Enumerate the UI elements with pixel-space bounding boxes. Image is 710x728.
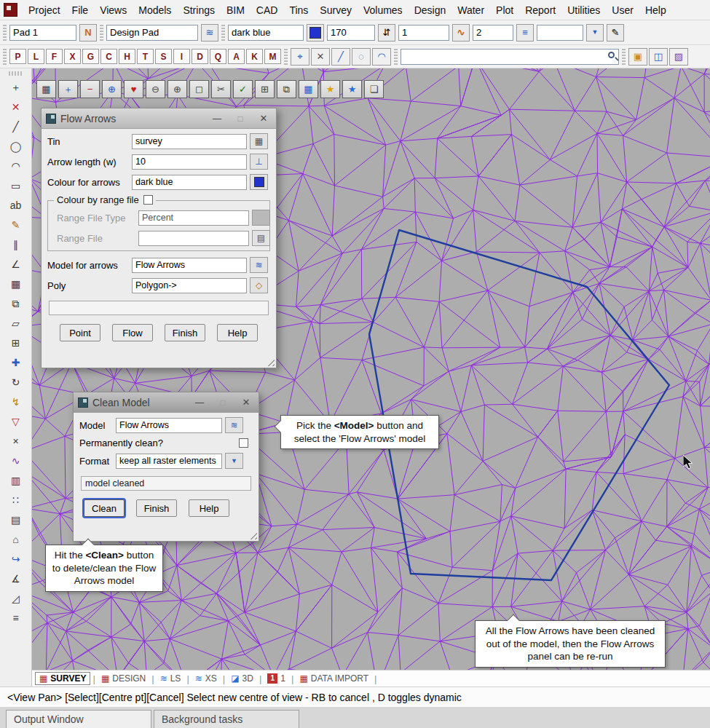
model-picker-button[interactable]: ≋ <box>201 24 218 41</box>
colour-input[interactable] <box>228 25 304 41</box>
range-file-input[interactable] <box>138 231 249 246</box>
view-tab-ls[interactable]: ≋LS <box>157 673 185 684</box>
slope-tool-button[interactable]: ◿ <box>5 588 27 608</box>
plan-view-button[interactable]: ▦ <box>36 80 56 98</box>
translate-move-button[interactable]: ✚ <box>5 352 27 372</box>
view-tab-3d[interactable]: ◪3D <box>227 673 257 684</box>
tin-input[interactable] <box>132 134 247 149</box>
output-window-tab[interactable]: Output Window <box>6 710 151 728</box>
create-line-button[interactable]: ╱ <box>5 116 27 136</box>
menu-report[interactable]: Report <box>519 0 561 20</box>
menu-file[interactable]: File <box>66 0 95 20</box>
snap-x-button[interactable]: X <box>64 49 81 64</box>
create-arc-button[interactable]: ◠ <box>5 156 27 175</box>
steps-tool-button[interactable]: ≡ <box>5 608 27 628</box>
menu-help[interactable]: Help <box>639 0 672 20</box>
snap-k-button[interactable]: K <box>246 49 263 64</box>
model-input[interactable] <box>106 25 198 41</box>
sketch-pen-button[interactable]: ✎ <box>5 215 27 234</box>
menu-strings[interactable]: Strings <box>177 0 221 20</box>
centre-view-button[interactable]: ♥ <box>124 80 143 98</box>
extra-combo-input[interactable] <box>537 25 583 41</box>
maximize-button[interactable]: □ <box>231 111 250 127</box>
flow-button[interactable]: Flow <box>112 324 153 341</box>
weight-input[interactable] <box>327 25 375 41</box>
clean-model-picker-button[interactable]: ≋ <box>225 417 243 433</box>
range-file-browse-button[interactable]: ▤ <box>252 230 270 246</box>
star-yellow-button[interactable]: ★ <box>320 80 340 98</box>
snap-grid-button[interactable]: ⌖ <box>291 48 309 66</box>
delete-element-button[interactable]: ✕ <box>5 97 27 116</box>
pad-input[interactable] <box>9 25 76 41</box>
colour-for-arrows-input[interactable] <box>132 175 247 190</box>
tin-picker-button[interactable]: ▦ <box>250 133 268 149</box>
home-view-button[interactable]: ⌂ <box>5 529 27 549</box>
string-wave-button[interactable]: ∿ <box>5 451 27 470</box>
rotate-tool-button[interactable]: ↻ <box>5 372 27 392</box>
grid-sheet-button[interactable]: ▦ <box>5 274 27 293</box>
maximize-button[interactable]: □ <box>213 395 232 411</box>
snap-a-button[interactable]: A <box>228 49 245 64</box>
snap-t-button[interactable]: T <box>137 49 154 64</box>
minimize-button[interactable]: — <box>190 395 209 411</box>
colour-swatch-button[interactable] <box>307 24 324 41</box>
colour-picker-button[interactable] <box>250 174 268 190</box>
menu-water[interactable]: Water <box>451 0 490 20</box>
finish-button[interactable]: Finish <box>136 499 177 517</box>
snap-f-button[interactable]: F <box>46 49 63 64</box>
combo-dropdown-button[interactable]: ▼ <box>586 24 604 41</box>
snap-c-button[interactable]: C <box>100 49 117 64</box>
poly-input[interactable] <box>132 278 247 293</box>
curve-redo-button[interactable]: ↪ <box>5 549 27 569</box>
flag-marker-button[interactable]: ▽ <box>5 411 27 431</box>
close-button[interactable]: ✕ <box>237 395 256 411</box>
linestyle-button[interactable]: ∿ <box>452 24 470 41</box>
package-button[interactable]: ▣ <box>628 48 647 66</box>
sort-button[interactable]: ⇵ <box>378 24 395 41</box>
drawing-canvas[interactable]: ▦＋−⊕♥⊖⊕◻✂✓⊞⧉▦★★❏ Flow Arrows — □ ✕ Tin ▦… <box>32 68 710 670</box>
view-copy-button[interactable]: ⧉ <box>5 293 27 313</box>
eyedropper-button[interactable]: ✎ <box>607 24 624 41</box>
copy-view-button[interactable]: ⧉ <box>277 80 296 98</box>
snap-h-button[interactable]: H <box>119 49 135 64</box>
zoom-minus-button[interactable]: − <box>80 80 100 98</box>
snap-d-button[interactable]: D <box>192 49 208 64</box>
angle-measure-button[interactable]: ∡ <box>5 569 27 588</box>
flow-arrows-titlebar[interactable]: Flow Arrows — □ ✕ <box>42 108 276 129</box>
corner-window-button[interactable]: ❏ <box>364 80 384 98</box>
create-text-button[interactable]: ab <box>5 195 27 215</box>
measure-bearing-button[interactable]: ∠ <box>5 254 27 274</box>
poly-picker-button[interactable]: ◇ <box>250 277 268 293</box>
snap-line-button[interactable]: ╱ <box>331 48 350 66</box>
snap-q-button[interactable]: Q <box>210 49 226 64</box>
select-point-button[interactable]: ＋ <box>5 77 27 97</box>
accept-tick-button[interactable]: ✓ <box>233 80 253 98</box>
column-view-button[interactable]: ▥ <box>5 470 27 490</box>
view-tab-xs[interactable]: ≋XS <box>192 673 221 684</box>
polygon-tool-button[interactable]: ▱ <box>5 313 27 333</box>
background-tasks-tab[interactable]: Background tasks <box>154 710 299 728</box>
resize-grip[interactable] <box>248 530 257 539</box>
range-file-type-input[interactable] <box>138 210 249 226</box>
grid-table-button[interactable]: ▦ <box>299 80 318 98</box>
arrow-length-picker-button[interactable]: ⊥ <box>250 154 268 170</box>
minimize-button[interactable]: — <box>208 111 226 127</box>
menu-project[interactable]: Project <box>23 0 66 20</box>
finish-button[interactable]: Finish <box>165 324 205 341</box>
hatch-panel-button[interactable]: ▨ <box>669 48 688 66</box>
notes-pad-button[interactable]: ▤ <box>5 510 27 529</box>
view-tab-1[interactable]: 11 <box>264 673 289 684</box>
add-box-button[interactable]: ⊞ <box>5 333 27 352</box>
snap-g-button[interactable]: G <box>82 49 99 64</box>
search-input[interactable] <box>401 49 619 65</box>
menu-bim[interactable]: BIM <box>221 0 251 20</box>
menu-models[interactable]: Models <box>133 0 177 20</box>
small-cross-button[interactable]: × <box>5 431 27 451</box>
view-tab-survey[interactable]: ▦SURVEY <box>35 672 90 685</box>
app-icon[interactable] <box>4 3 17 17</box>
close-button[interactable]: ✕ <box>254 111 273 127</box>
format-dropdown-button[interactable]: ▼ <box>225 453 243 469</box>
help-button[interactable]: Help <box>217 324 258 341</box>
zoom-in-button[interactable]: ⊕ <box>102 80 122 98</box>
model-picker-button[interactable]: ≋ <box>250 257 268 273</box>
